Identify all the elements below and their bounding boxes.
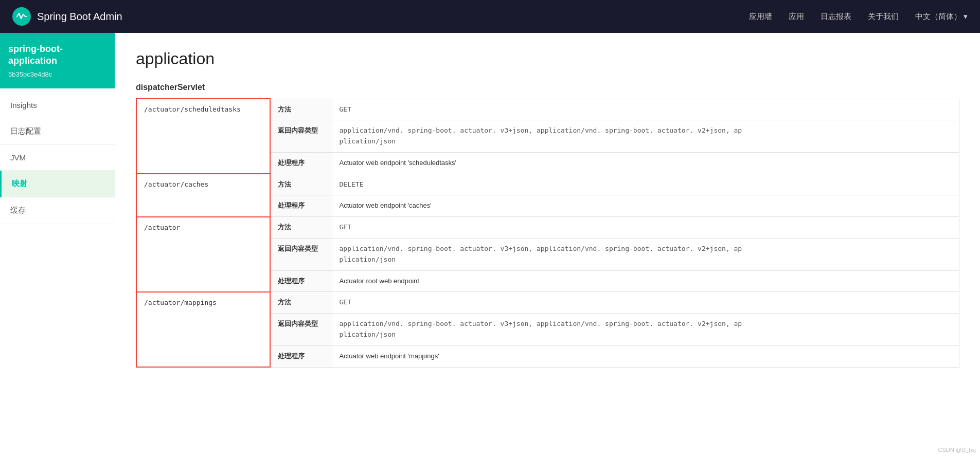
path-cell-mappings[interactable]: /actuator/mappings	[136, 292, 270, 367]
app-logo	[12, 7, 31, 26]
section-title: dispatcherServlet	[136, 83, 959, 92]
label-cell: 返回内容类型	[270, 239, 332, 271]
path-prefix: /actuator/	[144, 180, 184, 188]
label-cell: 处理程序	[270, 195, 332, 217]
sidebar-item-mappings[interactable]: 映射	[0, 171, 115, 197]
nav-app[interactable]: 应用	[789, 10, 804, 24]
label-cell: 方法	[270, 292, 332, 314]
header-nav: 应用墙 应用 日志报表 关于我们 中文（简体） ▾	[749, 10, 968, 24]
value-cell: Actuator root web endpoint	[332, 270, 959, 292]
sidebar-app-name: spring-boot-application	[8, 43, 106, 67]
sidebar-item-log-config[interactable]: 日志配置	[0, 118, 115, 145]
main-content: application dispatcherServlet /actuator/…	[115, 33, 980, 457]
value-cell: GET	[332, 217, 959, 239]
sidebar: spring-boot-application 5b35bc3e4d8c Ins…	[0, 33, 115, 457]
value-cell: application/vnd. spring-boot. actuator. …	[332, 314, 959, 346]
sidebar-item-cache[interactable]: 缓存	[0, 197, 115, 224]
table-row: /actuator/scheduledtasks 方法 GET	[136, 99, 959, 120]
value-cell: GET	[332, 292, 959, 314]
table-row: /actuator/caches 方法 DELETE	[136, 174, 959, 195]
value-cell: application/vnd. spring-boot. actuator. …	[332, 239, 959, 271]
path-cell-actuator[interactable]: /actuator	[136, 217, 270, 292]
page-title: application	[136, 49, 959, 68]
nav-about[interactable]: 关于我们	[868, 10, 899, 24]
nav-log-report[interactable]: 日志报表	[821, 10, 851, 24]
label-cell: 处理程序	[270, 270, 332, 292]
sidebar-item-jvm[interactable]: JVM	[0, 145, 115, 171]
path-prefix: /actuator/	[144, 299, 184, 306]
path-prefix: /actuator	[144, 224, 180, 231]
path-highlight: mappings	[184, 299, 217, 306]
path-highlight: scheduledtasks	[184, 105, 241, 113]
value-cell: application/vnd. spring-boot. actuator. …	[332, 120, 959, 153]
footer-watermark: CSDN @D_bsj	[938, 447, 976, 453]
label-cell: 处理程序	[270, 345, 332, 367]
value-cell: DELETE	[332, 174, 959, 195]
header-title: Spring Boot Admin	[37, 11, 122, 23]
label-cell: 返回内容类型	[270, 314, 332, 346]
value-cell: Actuator web endpoint 'mappings'	[332, 345, 959, 367]
label-cell: 返回内容类型	[270, 120, 332, 153]
value-cell: Actuator web endpoint 'scheduledtasks'	[332, 152, 959, 174]
main-layout: spring-boot-application 5b35bc3e4d8c Ins…	[0, 33, 980, 457]
nav-app-wall[interactable]: 应用墙	[749, 10, 772, 24]
sidebar-nav: Insights 日志配置 JVM 映射 缓存	[0, 88, 115, 228]
mapping-table: /actuator/scheduledtasks 方法 GET 返回内容类型 a…	[136, 98, 959, 368]
path-highlight: caches	[184, 180, 208, 188]
sidebar-item-insights[interactable]: Insights	[0, 93, 115, 118]
label-cell: 方法	[270, 99, 332, 120]
table-row: /actuator/mappings 方法 GET	[136, 292, 959, 314]
label-cell: 处理程序	[270, 152, 332, 174]
label-cell: 方法	[270, 174, 332, 195]
value-cell: Actuator web endpoint 'caches'	[332, 195, 959, 217]
nav-lang[interactable]: 中文（简体） ▾	[915, 12, 968, 22]
sidebar-app-info: spring-boot-application 5b35bc3e4d8c	[0, 33, 115, 88]
table-row: /actuator 方法 GET	[136, 217, 959, 239]
sidebar-app-id: 5b35bc3e4d8c	[8, 70, 106, 78]
app-header: Spring Boot Admin 应用墙 应用 日志报表 关于我们 中文（简体…	[0, 0, 980, 33]
path-cell-caches[interactable]: /actuator/caches	[136, 174, 270, 217]
label-cell: 方法	[270, 217, 332, 239]
path-cell-scheduledtasks[interactable]: /actuator/scheduledtasks	[136, 99, 270, 174]
path-prefix: /actuator/	[144, 105, 184, 113]
header-left: Spring Boot Admin	[12, 7, 122, 26]
value-cell: GET	[332, 99, 959, 120]
